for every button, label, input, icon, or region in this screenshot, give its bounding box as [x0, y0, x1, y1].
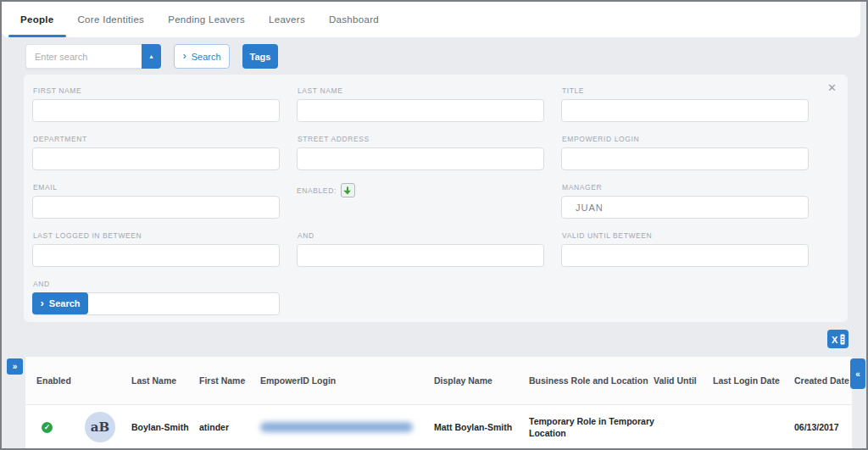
avatar-cell: aB	[85, 412, 131, 442]
chevron-right-icon: ›	[182, 49, 186, 62]
field-manager: MANAGER	[561, 177, 809, 219]
last-name-label: LAST NAME	[298, 86, 544, 95]
filter-grid: FIRST NAME LAST NAME TITLE DEPARTMENT ST…	[24, 75, 848, 322]
header-business-role[interactable]: Business Role and Location	[529, 375, 654, 386]
field-title: TITLE	[561, 81, 809, 122]
empowerid-login-label: EMPOWERID LOGIN	[562, 135, 809, 143]
business-role-text: Temporary Role in Temporary Location	[529, 415, 660, 439]
tab-bar: People Core Identities Pending Leavers L…	[2, 2, 860, 37]
email-input[interactable]	[32, 196, 280, 219]
enabled-check-icon: ✓	[42, 422, 53, 433]
tags-button[interactable]: Tags	[242, 44, 278, 69]
field-email: EMAIL	[32, 177, 280, 219]
header-last-login-date[interactable]: Last Login Date	[713, 375, 794, 386]
last-name-input[interactable]	[297, 99, 544, 122]
export-excel-button[interactable]: X	[827, 330, 849, 348]
field-street-address: STREET ADDRESS	[297, 129, 544, 170]
last-name-cell: Boylan-Smith	[131, 422, 199, 432]
header-display-name[interactable]: Display Name	[434, 375, 529, 386]
table-row[interactable]: ✓ aB Boylan-Smith atinder Matt Boylan-Sm…	[25, 405, 852, 449]
panel-search-button-label: Search	[49, 298, 81, 308]
display-name-cell: Matt Boylan-Smith	[434, 422, 529, 432]
field-enabled: ENABLED:	[297, 177, 544, 219]
header-empowerid-login[interactable]: EmpowerID Login	[260, 375, 434, 386]
street-address-label: STREET ADDRESS	[298, 135, 544, 143]
field-empowerid-login: EMPOWERID LOGIN	[561, 129, 809, 170]
triangle-up-icon: ▲	[148, 53, 154, 59]
app-window: People Core Identities Pending Leavers L…	[0, 0, 868, 450]
field-department: DEPARTMENT	[32, 129, 280, 170]
street-address-input[interactable]	[297, 147, 544, 170]
advanced-search-panel: ✕ FIRST NAME LAST NAME TITLE DEPARTMENT …	[24, 75, 848, 322]
empowerid-login-input[interactable]	[561, 147, 809, 170]
manager-label: MANAGER	[562, 183, 809, 192]
title-label: TITLE	[562, 86, 809, 95]
last-logged-in-between-label: LAST LOGGED IN BETWEEN	[33, 231, 280, 240]
header-valid-until[interactable]: Valid Until	[654, 375, 713, 386]
tab-people[interactable]: People	[8, 2, 66, 37]
enabled-cell: ✓	[36, 422, 85, 433]
avatar: aB	[85, 412, 115, 442]
quick-search-row: ▲ › Search Tags	[25, 44, 278, 69]
and-bottom-label: AND	[33, 280, 280, 288]
department-label: DEPARTMENT	[33, 135, 280, 143]
expand-panel-button[interactable]: »	[7, 358, 23, 375]
enabled-label: ENABLED:	[297, 186, 337, 195]
first-name-cell: atinder	[199, 422, 260, 432]
valid-until-between-label: VALID UNTIL BETWEEN	[562, 231, 809, 240]
svg-text:X: X	[832, 335, 838, 345]
field-first-name: FIRST NAME	[32, 81, 280, 122]
tab-core-identities[interactable]: Core Identities	[66, 2, 157, 37]
search-dropdown-button[interactable]: ▲	[142, 44, 161, 69]
last-logged-in-from-input[interactable]	[32, 244, 280, 267]
and-middle-label: AND	[298, 231, 544, 240]
excel-icon: X	[832, 334, 845, 345]
table-header-row: Enabled Last Name First Name EmpowerID L…	[25, 357, 852, 405]
search-button-label: Search	[192, 52, 221, 62]
panel-search-button[interactable]: › Search	[32, 292, 88, 314]
green-down-arrow-icon	[343, 186, 352, 195]
field-last-name: LAST NAME	[297, 81, 544, 122]
double-chevron-left-icon: «	[855, 369, 860, 379]
first-name-label: FIRST NAME	[33, 86, 280, 95]
created-date-cell: 06/13/2017	[794, 422, 852, 432]
header-first-name[interactable]: First Name	[199, 375, 260, 386]
tab-leavers[interactable]: Leavers	[257, 2, 317, 37]
email-label: EMAIL	[33, 183, 280, 192]
search-button[interactable]: › Search	[174, 44, 230, 69]
field-valid-until-between: VALID UNTIL BETWEEN	[561, 225, 809, 267]
header-enabled[interactable]: Enabled	[36, 375, 85, 386]
header-last-name[interactable]: Last Name	[131, 375, 199, 386]
last-logged-in-to-input[interactable]	[297, 244, 544, 267]
search-input[interactable]	[25, 44, 142, 69]
valid-until-from-input[interactable]	[561, 244, 809, 267]
tab-dashboard[interactable]: Dashboard	[317, 2, 391, 37]
tab-pending-leavers[interactable]: Pending Leavers	[156, 2, 257, 37]
enabled-toggle-button[interactable]	[341, 183, 355, 197]
business-role-cell: Temporary Role in Temporary Location	[529, 415, 654, 439]
field-last-logged-in-between: LAST LOGGED IN BETWEEN	[32, 225, 280, 267]
title-input[interactable]	[561, 99, 809, 122]
first-name-input[interactable]	[32, 99, 280, 122]
manager-input[interactable]	[561, 196, 809, 219]
header-created-date[interactable]: Created Date	[794, 375, 852, 386]
empowerid-login-cell	[260, 422, 434, 432]
double-chevron-right-icon: »	[13, 362, 18, 371]
department-input[interactable]	[32, 147, 280, 170]
field-and-middle: AND	[297, 225, 544, 267]
empowerid-login-link-redacted[interactable]	[260, 422, 413, 432]
collapse-panel-button[interactable]: «	[850, 358, 865, 389]
chevron-right-icon: ›	[40, 297, 43, 309]
results-table: Enabled Last Name First Name EmpowerID L…	[25, 357, 852, 450]
close-icon[interactable]: ✕	[827, 82, 837, 93]
